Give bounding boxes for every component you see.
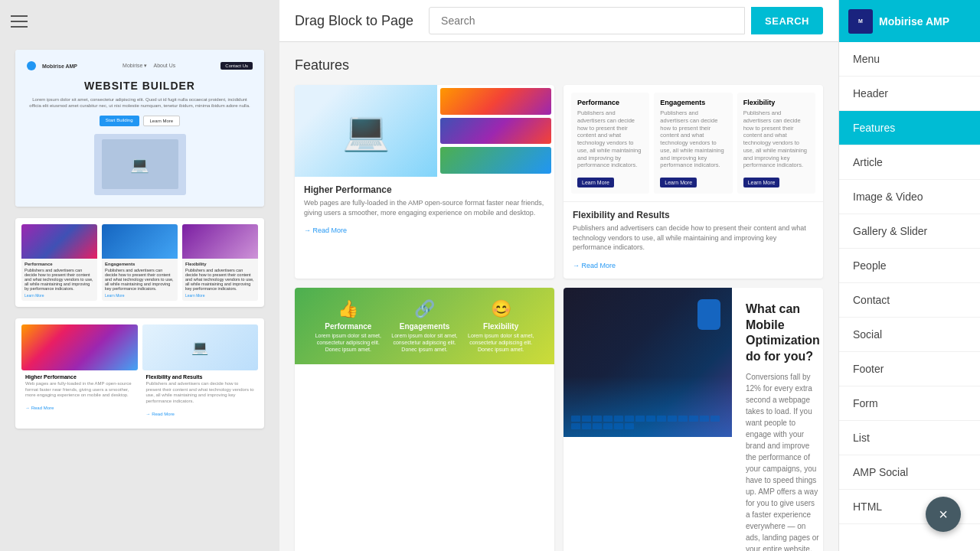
category-nav: Menu Header Features Article Image & Vid… — [839, 42, 980, 524]
flexibility-content: Flexibility and Results Publishers and a… — [564, 201, 823, 279]
preview-col-2: Engagements Publishers and advertisers c… — [102, 224, 178, 301]
feature-block-1-text: Web pages are fully-loaded in the AMP op… — [304, 198, 545, 217]
nav-item-article[interactable]: Article — [839, 145, 980, 180]
preview-hero-text: Lorem ipsum dolor sit amet, consectetur … — [27, 96, 253, 109]
mobile-block-image — [564, 288, 732, 437]
green-block-content: 👍 Performance Lorem ipsum dolor sit amet… — [295, 288, 554, 364]
green-col-engagements: 🔗 Engagements Lorem ipsum dolor sit amet… — [387, 299, 463, 353]
feat-col-flexibility: Flexibility Publishers and advertisers c… — [737, 93, 815, 194]
nav-item-gallery-slider[interactable]: Gallery & Slider — [839, 214, 980, 249]
close-icon: × — [939, 506, 948, 523]
mobile-block-inner: What can Mobile Optimization do for you?… — [564, 288, 823, 551]
hamburger-icon — [11, 15, 28, 28]
content-area: Features 💻 Higher Performance We — [279, 42, 838, 551]
preview-hero-title: WEBSITE BUILDER — [27, 80, 253, 92]
brand-name: Mobirise AMP — [879, 15, 949, 28]
nav-item-menu[interactable]: Menu — [839, 42, 980, 77]
flexibility-readmore[interactable]: → Read More — [573, 262, 616, 269]
thumbs-up-icon: 👍 — [310, 299, 387, 319]
feature-block-1-title: Higher Performance — [304, 184, 545, 195]
blocks-grid-row2: 👍 Performance Lorem ipsum dolor sit amet… — [295, 288, 823, 551]
nav-item-list[interactable]: List — [839, 421, 980, 455]
green-col-flexibility: 😊 Flexibility Lorem ipsum dolor sit amet… — [462, 299, 539, 353]
preview-card-hero[interactable]: Mobirise AMP Mobirise ▾About Us Contact … — [15, 50, 264, 207]
preview-col-1: Performance Publishers and advertisers c… — [21, 224, 97, 301]
top-bar: Drag Block to Page SEARCH — [279, 0, 838, 42]
nav-item-amp-social[interactable]: AMP Social — [839, 455, 980, 490]
feat-img-left: 💻 — [295, 85, 437, 177]
preview-brand: Mobirise AMP — [42, 64, 77, 69]
hamburger-button[interactable] — [0, 0, 38, 42]
link-icon: 🔗 — [387, 299, 463, 319]
feature-block-1-readmore[interactable]: → Read More — [304, 227, 347, 234]
preview-start-btn: Start Building — [100, 116, 139, 126]
blocks-grid-row1: 💻 Higher Performance Web pages are fully… — [295, 85, 823, 279]
search-wrapper: SEARCH — [429, 7, 823, 34]
flexibility-text: Publishers and advertisers can decide ho… — [573, 223, 814, 253]
preview-container: Mobirise AMP Mobirise ▾About Us Contact … — [0, 42, 279, 551]
nav-item-social[interactable]: Social — [839, 318, 980, 352]
right-sidebar: M Mobirise AMP Menu Header Features Arti… — [838, 0, 980, 551]
mobile-block-content: What can Mobile Optimization do for you?… — [732, 288, 823, 551]
block-card-flexibility[interactable]: Performance Publishers and advertisers c… — [564, 85, 823, 279]
nav-item-contact[interactable]: Contact — [839, 283, 980, 318]
preview-laptop-img: 💻 — [94, 134, 186, 195]
feature-3col-grid: Performance Publishers and advertisers c… — [564, 85, 823, 201]
mobile-block-title: What can Mobile Optimization do for you? — [746, 302, 820, 365]
drag-block-title: Drag Block to Page — [295, 13, 413, 29]
feat-col-performance: Performance Publishers and advertisers c… — [571, 93, 649, 194]
feature-block-1-content: Higher Performance Web pages are fully-l… — [295, 177, 554, 243]
fab-close-button[interactable]: × — [926, 497, 961, 532]
brand-logo: M — [848, 9, 873, 34]
nav-item-form[interactable]: Form — [839, 386, 980, 421]
preview-card-3col[interactable]: Performance Publishers and advertisers c… — [15, 218, 264, 307]
preview-nav-links: Mobirise ▾About Us — [122, 63, 175, 69]
main-content-area: Drag Block to Page SEARCH Features 💻 — [279, 0, 838, 551]
nav-item-footer[interactable]: Footer — [839, 352, 980, 386]
keyboard-keys — [571, 416, 724, 429]
watch-badge — [697, 299, 720, 330]
nav-item-features[interactable]: Features — [839, 111, 980, 145]
search-button[interactable]: SEARCH — [751, 7, 823, 34]
block-card-higher-performance[interactable]: 💻 Higher Performance Web pages are fully… — [295, 85, 554, 279]
brand-header: M Mobirise AMP — [839, 0, 980, 42]
nav-item-image-video[interactable]: Image & Video — [839, 180, 980, 214]
preview-card-2col[interactable]: Higher Performance Web pages are fully-l… — [15, 318, 264, 429]
preview-laptop-2col: 💻 — [142, 324, 259, 370]
feature-block-1-img: 💻 — [295, 85, 554, 177]
flexibility-title: Flexibility and Results — [573, 210, 814, 220]
block-card-mobile-optimization[interactable]: What can Mobile Optimization do for you?… — [564, 288, 823, 551]
left-preview-panel: Mobirise AMP Mobirise ▾About Us Contact … — [0, 0, 279, 551]
preview-col-3: Flexibility Publishers and advertisers c… — [182, 224, 258, 301]
nav-item-header[interactable]: Header — [839, 77, 980, 111]
preview-learn-btn: Learn More — [143, 116, 181, 126]
green-col-performance: 👍 Performance Lorem ipsum dolor sit amet… — [310, 299, 387, 353]
block-card-green[interactable]: 👍 Performance Lorem ipsum dolor sit amet… — [295, 288, 554, 551]
preview-rainbow-img — [21, 324, 138, 370]
mobile-block-text: Conversions fall by 12% for every extra … — [746, 371, 820, 551]
smile-icon: 😊 — [462, 299, 539, 319]
preview-contact-btn: Contact Us — [220, 62, 253, 70]
search-input[interactable] — [429, 7, 745, 34]
feat-img-right — [437, 85, 554, 177]
feat-col-engagements: Engagements Publishers and advertisers c… — [654, 93, 732, 194]
section-title: Features — [295, 57, 823, 73]
nav-item-people[interactable]: People — [839, 249, 980, 283]
